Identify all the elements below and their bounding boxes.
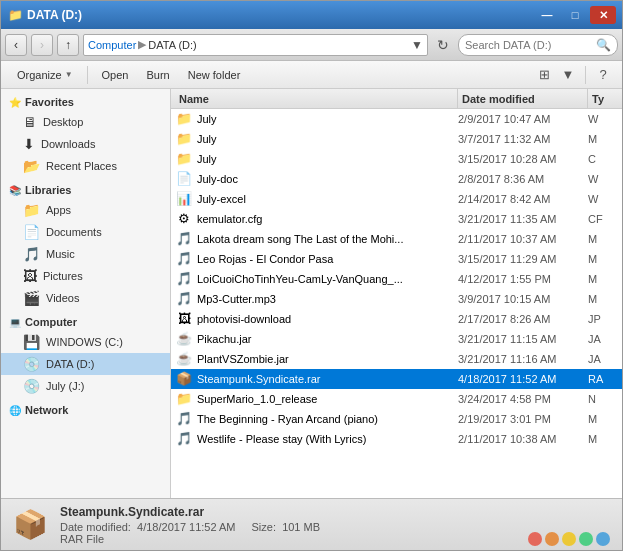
breadcrumb-sep-1: ▶	[138, 38, 146, 51]
libraries-label: Libraries	[25, 184, 71, 196]
table-row[interactable]: 📁SuperMario_1.0_release3/24/2017 4:58 PM…	[171, 389, 622, 409]
sidebar-item-apps[interactable]: 📁 Apps	[1, 199, 170, 221]
file-name: kemulator.cfg	[197, 213, 458, 225]
sidebar-item-downloads[interactable]: ⬇ Downloads	[1, 133, 170, 155]
sidebar-group-favorites-header[interactable]: ⭐ Favorites	[1, 93, 170, 111]
sidebar-item-documents-label: Documents	[46, 226, 102, 238]
file-date: 2/11/2017 10:37 AM	[458, 233, 588, 245]
table-row[interactable]: 📦Steampunk.Syndicate.rar4/18/2017 11:52 …	[171, 369, 622, 389]
wm-dot-5	[596, 532, 610, 546]
file-list: 📁July2/9/2017 10:47 AMW📁July3/7/2017 11:…	[171, 109, 622, 498]
toolbar-separator-2	[585, 66, 586, 84]
breadcrumb: Computer ▶ DATA (D:)	[88, 38, 407, 51]
table-row[interactable]: ☕PlantVSZombie.jar3/21/2017 11:16 AMJA	[171, 349, 622, 369]
file-name: Steampunk.Syndicate.rar	[197, 373, 458, 385]
table-row[interactable]: 🎵Westlife - Please stay (With Lyrics)2/1…	[171, 429, 622, 449]
table-row[interactable]: 🎵Mp3-Cutter.mp33/9/2017 10:15 AMM	[171, 289, 622, 309]
file-date: 3/15/2017 10:28 AM	[458, 153, 588, 165]
downloads-icon: ⬇	[23, 136, 35, 152]
organize-button[interactable]: Organize ▼	[9, 64, 81, 86]
table-row[interactable]: 🎵Lakota dream song The Last of the Mohi.…	[171, 229, 622, 249]
table-row[interactable]: 📁July2/9/2017 10:47 AMW	[171, 109, 622, 129]
status-file-details: Steampunk.Syndicate.rar Date modified: 4…	[60, 505, 516, 545]
nav-bar: ‹ › ↑ Computer ▶ DATA (D:) ▼ ↻ 🔍	[1, 29, 622, 61]
sidebar-group-computer-header[interactable]: 💻 Computer	[1, 313, 170, 331]
file-date: 3/21/2017 11:16 AM	[458, 353, 588, 365]
view-dropdown-icon[interactable]: ▼	[557, 64, 579, 86]
sidebar-item-music[interactable]: 🎵 Music	[1, 243, 170, 265]
file-name: July	[197, 133, 458, 145]
minimize-button[interactable]: —	[534, 6, 560, 24]
table-row[interactable]: 📁July3/15/2017 10:28 AMC	[171, 149, 622, 169]
col-header-type[interactable]: Ty	[588, 89, 618, 108]
file-date: 2/11/2017 10:38 AM	[458, 433, 588, 445]
help-button[interactable]: ?	[592, 64, 614, 86]
table-row[interactable]: ⚙kemulator.cfg3/21/2017 11:35 AMCF	[171, 209, 622, 229]
back-button[interactable]: ‹	[5, 34, 27, 56]
table-row[interactable]: ☕Pikachu.jar3/21/2017 11:15 AMJA	[171, 329, 622, 349]
open-button[interactable]: Open	[94, 64, 137, 86]
file-date: 3/7/2017 11:32 AM	[458, 133, 588, 145]
refresh-button[interactable]: ↻	[432, 34, 454, 56]
file-name: PlantVSZombie.jar	[197, 353, 458, 365]
sidebar-item-windows-c[interactable]: 💾 WINDOWS (C:)	[1, 331, 170, 353]
table-row[interactable]: 📄July-doc2/8/2017 8:36 AMW	[171, 169, 622, 189]
up-button[interactable]: ↑	[57, 34, 79, 56]
file-date: 3/24/2017 4:58 PM	[458, 393, 588, 405]
table-row[interactable]: 📁July3/7/2017 11:32 AMM	[171, 129, 622, 149]
file-date: 3/21/2017 11:35 AM	[458, 213, 588, 225]
search-icon[interactable]: 🔍	[596, 38, 611, 52]
burn-label: Burn	[146, 69, 169, 81]
file-name: July-excel	[197, 193, 458, 205]
table-row[interactable]: 🖼photovisi-download2/17/2017 8:26 AMJP	[171, 309, 622, 329]
address-bar[interactable]: Computer ▶ DATA (D:) ▼	[83, 34, 428, 56]
search-input[interactable]	[465, 39, 592, 51]
close-button[interactable]: ✕	[590, 6, 616, 24]
sidebar-item-videos[interactable]: 🎬 Videos	[1, 287, 170, 309]
toolbar: Organize ▼ Open Burn New folder ⊞ ▼ ?	[1, 61, 622, 89]
sidebar-item-july-j[interactable]: 💿 July (J:)	[1, 375, 170, 397]
file-type: W	[588, 113, 618, 125]
network-label: Network	[25, 404, 68, 416]
table-row[interactable]: 🎵Leo Rojas - El Condor Pasa3/15/2017 11:…	[171, 249, 622, 269]
sidebar-item-videos-label: Videos	[46, 292, 79, 304]
sidebar-group-libraries: 📚 Libraries 📁 Apps 📄 Documents 🎵 Music 🖼	[1, 181, 170, 309]
file-type: M	[588, 433, 618, 445]
status-size-value: 101 MB	[282, 521, 320, 533]
sidebar-group-libraries-header[interactable]: 📚 Libraries	[1, 181, 170, 199]
forward-button[interactable]: ›	[31, 34, 53, 56]
burn-button[interactable]: Burn	[138, 64, 177, 86]
maximize-button[interactable]: □	[562, 6, 588, 24]
sidebar-item-documents[interactable]: 📄 Documents	[1, 221, 170, 243]
file-icon: 📁	[175, 390, 193, 408]
status-date-label: Date modified: 4/18/2017 11:52 AM	[60, 521, 236, 533]
sidebar-group-network-header[interactable]: 🌐 Network	[1, 401, 170, 419]
sidebar-group-computer: 💻 Computer 💾 WINDOWS (C:) 💿 DATA (D:) 💿 …	[1, 313, 170, 397]
file-name: Pikachu.jar	[197, 333, 458, 345]
table-row[interactable]: 📊July-excel2/14/2017 8:42 AMW	[171, 189, 622, 209]
new-folder-button[interactable]: New folder	[180, 64, 249, 86]
file-icon: 🖼	[175, 310, 193, 328]
file-type: JP	[588, 313, 618, 325]
libraries-icon: 📚	[9, 185, 21, 196]
file-name: Leo Rojas - El Condor Pasa	[197, 253, 458, 265]
file-date: 4/12/2017 1:55 PM	[458, 273, 588, 285]
sidebar-item-pictures[interactable]: 🖼 Pictures	[1, 265, 170, 287]
sidebar-item-desktop[interactable]: 🖥 Desktop	[1, 111, 170, 133]
sidebar-item-data-d[interactable]: 💿 DATA (D:)	[1, 353, 170, 375]
col-header-date[interactable]: Date modified	[458, 89, 588, 108]
table-row[interactable]: 🎵LoiCuoiChoTinhYeu-CamLy-VanQuang_...4/1…	[171, 269, 622, 289]
wm-dot-3	[562, 532, 576, 546]
favorites-star-icon: ⭐	[9, 97, 21, 108]
july-j-icon: 💿	[23, 378, 40, 394]
file-icon: 🎵	[175, 290, 193, 308]
col-header-name[interactable]: Name	[175, 89, 458, 108]
view-menu-button[interactable]: ⊞	[533, 64, 555, 86]
wm-dot-2	[545, 532, 559, 546]
table-row[interactable]: 🎵The Beginning - Ryan Arcand (piano)2/19…	[171, 409, 622, 429]
file-icon: ☕	[175, 330, 193, 348]
address-dropdown-icon[interactable]: ▼	[411, 38, 423, 52]
file-date: 3/21/2017 11:15 AM	[458, 333, 588, 345]
sidebar-item-recent-places[interactable]: 📂 Recent Places	[1, 155, 170, 177]
title-bar: 📁 DATA (D:) — □ ✕	[1, 1, 622, 29]
